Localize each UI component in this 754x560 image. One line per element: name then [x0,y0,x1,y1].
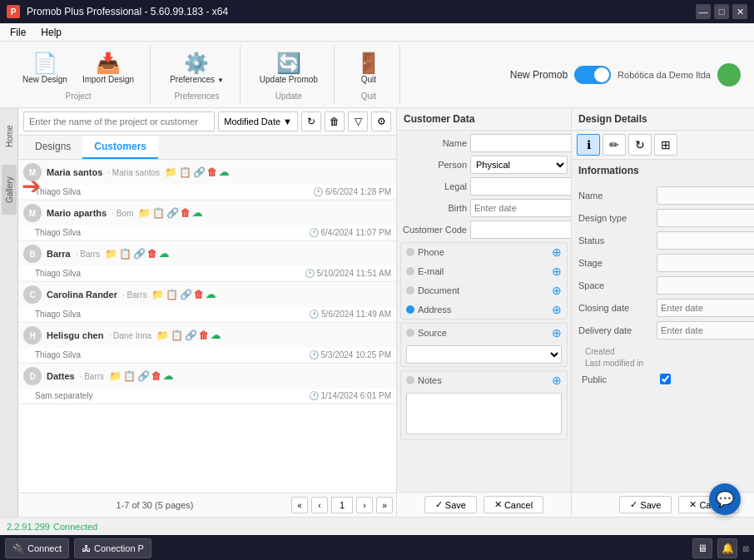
design-type-select[interactable] [657,209,754,227]
new-promob-toggle[interactable] [574,66,611,84]
folder-icon[interactable]: 📁 [156,330,169,341]
list-item[interactable]: Thiago Silva 🕐 5/6/2024 11:49 AM [18,307,396,322]
link-icon[interactable]: 🔗 [137,370,150,382]
cloud-icon[interactable]: ☁ [206,289,216,300]
menu-file[interactable]: File [3,25,32,40]
delete-icon[interactable]: 🗑 [147,248,157,260]
delete-icon[interactable]: 🗑 [194,289,204,300]
update-promob-button[interactable]: 🔄 Update Promob [254,49,324,88]
delete-filter-button[interactable]: 🗑 [325,112,345,131]
add-email-icon[interactable]: ⊕ [552,265,562,278]
customer-cancel-button[interactable]: ✕ Cancel [484,496,543,513]
legal-input[interactable] [470,177,571,196]
closing-date-input[interactable] [657,299,754,317]
source-select[interactable] [406,345,562,364]
list-item[interactable]: M Mario aparths · Bom 📁 📋 🔗 🗑 ☁ [18,201,396,225]
quit-button[interactable]: 🚪 Quit [348,49,389,88]
add-source-icon[interactable]: ⊕ [552,326,562,339]
delete-icon[interactable]: 🗑 [199,330,209,341]
birth-input[interactable] [470,199,571,217]
folder-icon[interactable]: 📁 [109,370,122,382]
menu-help[interactable]: Help [34,25,68,40]
page-number-input[interactable] [331,497,353,513]
new-design-button[interactable]: 📄 New Design [17,49,73,88]
filter-button[interactable]: ▽ [348,112,368,131]
import-design-button[interactable]: 📥 Import Design [77,49,140,88]
list-item[interactable]: H Helisgu chen · Dane Inna 📁 📋 🔗 🗑 ☁ [18,323,396,348]
copy-icon[interactable]: 📋 [119,248,131,260]
folder-icon[interactable]: 📁 [105,248,117,260]
copy-icon[interactable]: 📋 [179,166,191,178]
cloud-icon[interactable]: ☁ [159,248,169,260]
connection-p-button[interactable]: 🖧 Conection P [74,538,151,558]
phone-section[interactable]: Phone ⊕ [401,243,567,262]
search-input[interactable] [23,112,215,131]
document-section[interactable]: Document ⊕ [401,281,567,300]
space-select[interactable] [657,276,754,295]
add-document-icon[interactable]: ⊕ [552,284,562,297]
tab-designs[interactable]: Designs [23,136,82,159]
cloud-icon[interactable]: ☁ [219,166,229,178]
refresh-button[interactable]: ↻ [301,112,321,131]
folder-icon[interactable]: 📁 [165,166,177,178]
link-icon[interactable]: 🔗 [180,289,192,300]
design-save-button[interactable]: ✓ Save [619,496,672,513]
design-name-input[interactable] [657,186,754,205]
chat-bubble-button[interactable]: 💬 [709,483,741,515]
list-item[interactable]: Thiago Silva 🕐 6/4/2024 11:07 PM [18,225,396,240]
cloud-icon[interactable]: ☁ [211,330,221,341]
edit-tool-button[interactable]: ✏ [603,134,626,156]
notes-section[interactable]: Notes ⊕ [401,371,567,390]
last-page-button[interactable]: » [376,497,393,513]
copy-icon[interactable]: 📋 [123,370,136,382]
list-item[interactable]: M Maria santos · Maria santos 📁 📋 🔗 🗑 ☁ [18,160,396,185]
add-phone-icon[interactable]: ⊕ [552,245,562,259]
link-icon[interactable]: 🔗 [133,248,146,260]
copy-icon[interactable]: 📋 [152,207,165,219]
first-page-button[interactable]: « [291,497,308,513]
list-item[interactable]: Sam separately 🕐 1/14/2024 6:01 PM [18,389,396,404]
grid-tool-button[interactable]: ⊞ [654,134,677,156]
sidebar-item-home[interactable]: Home [2,112,17,161]
address-section[interactable]: Address ⊕ [401,300,567,319]
cloud-icon[interactable]: ☁ [192,207,202,219]
delete-icon[interactable]: 🗑 [151,370,161,382]
link-icon[interactable]: 🔗 [166,207,179,219]
copy-icon[interactable]: 📋 [171,330,183,341]
copy-icon[interactable]: 📋 [166,289,178,300]
minimize-button[interactable]: — [696,4,711,19]
info-tool-button[interactable]: ℹ [577,134,600,156]
email-section[interactable]: E-mail ⊕ [401,262,567,281]
list-item[interactable]: D Dattes · Barrs 📁 📋 🔗 🗑 ☁ [18,364,396,389]
preferences-button[interactable]: ⚙️ Preferences ▼ [164,49,230,88]
notes-input[interactable] [406,393,562,434]
filter-sort-button[interactable]: Modified Date ▼ [218,112,298,131]
refresh-tool-button[interactable]: ↻ [628,134,652,156]
link-icon[interactable]: 🔗 [185,330,197,341]
connect-button[interactable]: 🔌 Connect [5,538,69,558]
delivery-date-input[interactable] [657,321,754,339]
list-item[interactable]: Thiago Silva 🕐 6/6/2024 1:28 PM [18,185,396,200]
source-section[interactable]: Source ⊕ [401,324,567,343]
customer-save-button[interactable]: ✓ Save [424,496,477,513]
list-item[interactable]: B Barra · Barrs 📁 📋 🔗 🗑 ☁ [18,241,396,266]
list-item[interactable]: Thiago Silva 🕐 5/3/2024 10:25 PM [18,348,396,363]
maximize-button[interactable]: □ [714,4,729,19]
settings-filter-button[interactable]: ⚙ [371,112,391,131]
add-notes-icon[interactable]: ⊕ [552,374,562,387]
prev-page-button[interactable]: ‹ [311,497,328,513]
taskbar-notification-button[interactable]: 🔔 [717,538,737,558]
status-select[interactable] [657,231,754,250]
add-address-icon[interactable]: ⊕ [552,303,562,316]
taskbar-screen-button[interactable]: 🖥 [692,538,712,558]
next-page-button[interactable]: › [356,497,373,513]
public-checkbox[interactable] [660,374,671,384]
person-select[interactable]: Physical Legal [470,156,568,174]
cloud-icon[interactable]: ☁ [163,370,173,382]
folder-icon[interactable]: 📁 [138,207,151,219]
window-controls[interactable]: — □ ✕ [696,4,747,19]
customer-code-input[interactable] [470,221,571,239]
tab-customers[interactable]: Customers [82,136,158,159]
delete-icon[interactable]: 🗑 [207,166,217,178]
close-button[interactable]: ✕ [732,4,747,19]
